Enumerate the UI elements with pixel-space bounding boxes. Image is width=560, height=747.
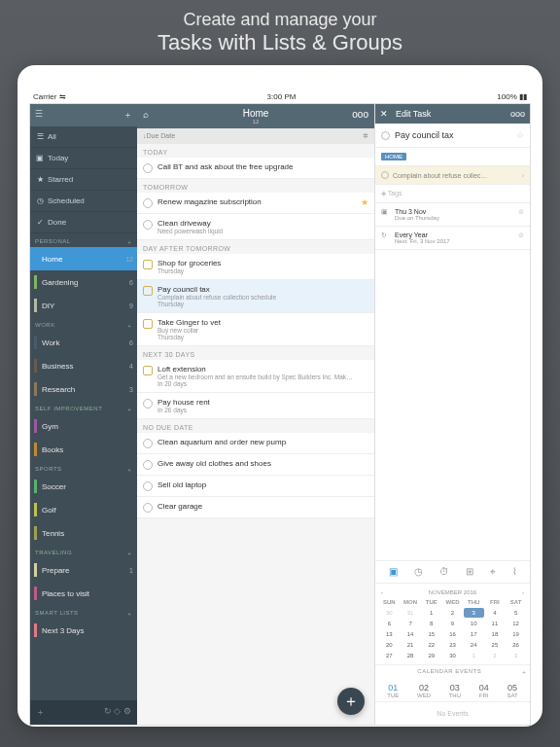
subtask-row[interactable]: Complain about refuse collec… › [375,166,530,185]
event-day[interactable]: 03THU [449,683,461,698]
sidebar-smart-item[interactable]: ▣Today [30,148,137,169]
cal-day[interactable]: 14 [401,629,421,639]
cal-day[interactable]: 26 [506,640,526,650]
gear-icon[interactable]: ✲ [363,132,368,140]
cal-day[interactable]: 5 [506,608,526,618]
task-checkbox[interactable] [143,481,153,491]
sidebar-list-item[interactable]: Gardening6 [30,270,137,294]
location-tab-icon[interactable]: ⌖ [490,566,496,578]
task-row[interactable]: Call BT and ask about the free upgrade [137,158,374,179]
cal-day[interactable]: 9 [442,619,463,628]
cal-day[interactable]: 17 [464,629,484,639]
cal-day[interactable]: 3 [506,651,526,660]
cal-day[interactable]: 22 [421,640,441,650]
cal-day[interactable]: 23 [442,640,463,650]
task-checkbox[interactable] [143,366,153,375]
cal-day[interactable]: 6 [379,619,400,628]
list-tag-row[interactable]: HOME [375,148,530,166]
close-icon[interactable]: ✕ [380,109,388,119]
task-row[interactable]: Loft extensionGet a new bedroom and an e… [137,360,374,393]
sidebar-list-item[interactable]: Places to visit [30,582,137,605]
cal-next-icon[interactable]: › [522,589,524,595]
cal-day[interactable]: 24 [464,640,484,650]
sidebar-list-item[interactable]: Research3 [30,377,137,401]
cal-day[interactable]: 15 [421,629,441,639]
task-checkbox[interactable] [143,503,153,513]
task-checkbox[interactable] [143,460,153,470]
more-icon[interactable]: ooo [510,109,525,119]
add-event-icon[interactable]: ＋ [521,668,528,677]
date-tab-icon[interactable]: ▣ [389,566,398,578]
cal-day[interactable]: 4 [485,608,506,618]
clear-icon[interactable]: ⊘ [518,208,524,216]
cal-day[interactable]: 28 [401,651,421,660]
cal-prev-icon[interactable]: ‹ [381,589,383,595]
sidebar-list-item[interactable]: Books [30,438,137,461]
cal-day[interactable]: 13 [379,629,400,639]
add-icon[interactable]: ＋ [123,109,132,122]
task-checkbox[interactable] [143,198,153,208]
clear-icon[interactable]: ⊘ [518,231,524,239]
task-row[interactable]: Pay council taxComplain about refuse col… [137,280,374,313]
task-checkbox[interactable] [143,260,153,269]
cal-day[interactable]: 18 [485,629,506,639]
task-row[interactable]: Sell old laptop [137,476,374,497]
task-row[interactable]: Pay house rentIn 26 days [137,393,374,419]
cal-day[interactable]: 12 [506,619,526,628]
cal-day[interactable]: 19 [506,629,526,639]
task-row[interactable]: Give away old clothes and shoes [137,454,374,476]
sidebar-list-item[interactable]: Soccer [30,475,137,498]
sidebar-group-header[interactable]: SMART LISTS＋ [30,605,137,619]
subtask-checkbox[interactable] [381,171,389,179]
task-row[interactable]: Shop for groceriesThursday [137,254,374,280]
task-checkbox[interactable] [143,439,153,448]
cal-day[interactable]: 1 [464,651,484,660]
sidebar-smart-item[interactable]: ☰All [30,126,137,148]
add-list-icon[interactable]: ＋ [36,706,45,719]
tag-icon[interactable]: ◇ [114,706,121,716]
sidebar-list-item[interactable]: Golf [30,498,137,521]
alarm-tab-icon[interactable]: ◷ [414,566,423,578]
sidebar-smart-item[interactable]: ✓Done [30,212,137,233]
timer-tab-icon[interactable]: ⏱ [439,566,449,578]
task-checkbox[interactable] [381,131,390,140]
task-checkbox[interactable] [143,286,153,296]
task-row[interactable]: Clean aquarium and order new pump [137,433,374,454]
cal-day[interactable]: 30 [379,608,400,618]
task-row[interactable]: Clean drivewayNeed powerwash liquid [137,214,374,240]
task-row[interactable]: Take Ginger to vetBuy new collarThursday [137,313,374,346]
mini-calendar[interactable]: ‹NOVEMBER 2016› SUNMONTUEWEDTHUFRISAT303… [375,584,530,664]
event-day[interactable]: 04FRI [479,683,489,698]
date-row[interactable]: ▣Thu 3 NovDue on Thursday⊘ [375,203,530,227]
attach-tab-icon[interactable]: ⌇ [512,566,517,578]
cal-day[interactable]: 16 [442,629,463,639]
task-row[interactable]: Clear garage [137,497,374,518]
sidebar-list-item[interactable]: DIY9 [30,294,137,317]
task-row[interactable]: Renew magazine subscription★ [137,193,374,214]
sidebar-list-item[interactable]: Business4 [30,354,137,377]
cal-day[interactable]: 30 [442,651,463,660]
cal-day[interactable]: 27 [379,651,400,660]
cal-day[interactable]: 20 [379,640,400,650]
sync-icon[interactable]: ↻ [104,706,112,716]
sidebar-group-header[interactable]: PERSONAL＋ [30,233,137,247]
task-checkbox[interactable] [143,163,153,173]
sidebar-group-header[interactable]: WORK＋ [30,317,137,331]
sidebar-list-item[interactable]: Next 3 Days [30,619,137,642]
cal-day[interactable]: 11 [485,619,506,628]
sidebar-list-item[interactable]: Prepare1 [30,558,137,582]
star-icon[interactable]: ★ [361,197,368,207]
cal-day[interactable]: 10 [464,619,484,628]
more-icon[interactable]: ooo [352,109,368,120]
event-day[interactable]: 05SAT [507,683,517,698]
sidebar-smart-item[interactable]: ★Starred [30,169,137,191]
sidebar-smart-item[interactable]: ◷Scheduled [30,191,137,212]
sidebar-group-header[interactable]: SPORTS＋ [30,461,137,475]
cal-day[interactable]: 21 [401,640,421,650]
task-checkbox[interactable] [143,220,153,230]
star-icon[interactable]: ☆ [516,130,524,140]
cal-day[interactable]: 2 [442,608,463,618]
add-task-fab[interactable]: ＋ [337,688,365,715]
event-day[interactable]: 01TUE [387,683,399,698]
checklist-tab-icon[interactable]: ⊞ [466,566,473,578]
